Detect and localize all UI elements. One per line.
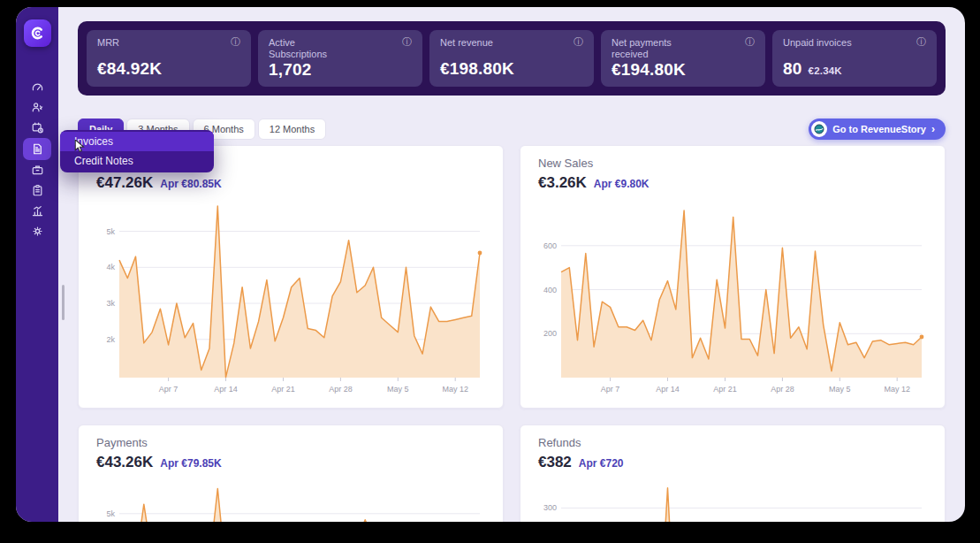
kpi-bar: MRRⓘ €84.92K Active Subscriptionsⓘ 1,702… (78, 21, 946, 96)
kpi-card-net-revenue: Net revenueⓘ €198.80K (429, 30, 594, 87)
customers-icon (31, 101, 44, 114)
scrollbar-handle[interactable] (62, 285, 65, 320)
menu-item-credit-notes[interactable]: Credit Notes (60, 151, 214, 171)
kpi-value: €194.80K (612, 60, 755, 80)
invoices-document-icon (31, 142, 44, 156)
logo-c-icon (30, 26, 45, 41)
svg-text:Apr 14: Apr 14 (214, 385, 238, 394)
kpi-card-net-payments: Net payments receivedⓘ €194.80K (601, 30, 765, 87)
svg-text:May 12: May 12 (442, 385, 468, 394)
svg-text:May 12: May 12 (884, 385, 910, 394)
svg-text:4k: 4k (106, 263, 115, 272)
svg-text:400: 400 (543, 286, 557, 294)
info-icon[interactable]: ⓘ (574, 37, 583, 47)
area-chart-payments: 5k (96, 478, 485, 522)
svg-text:May 5: May 5 (387, 385, 409, 394)
info-icon[interactable]: ⓘ (916, 37, 926, 47)
svg-text:300: 300 (543, 503, 557, 512)
area-chart-new-sales: 200400600Apr 7Apr 14Apr 21Apr 28May 5May… (538, 199, 927, 402)
tab-12-months[interactable]: 12 Months (258, 119, 326, 140)
charts-grid: €47.26KApr €80.85K 2k3k4k5kApr 7Apr 14Ap… (78, 145, 946, 522)
kpi-card-active-subscriptions: Active Subscriptionsⓘ 1,702 (258, 30, 422, 87)
card-title: Refunds (538, 436, 927, 451)
button-label: Go to RevenueStory (832, 124, 926, 134)
settings-gear-icon (31, 225, 44, 238)
main-content: MRRⓘ €84.92K Active Subscriptionsⓘ 1,702… (58, 7, 965, 522)
chart-card-refunds: Refunds €382Apr €720 300250 (520, 424, 946, 522)
card-period-value: Apr €720 (579, 457, 624, 470)
card-period-value: Apr €80.85K (160, 178, 221, 190)
payments-box-icon (31, 164, 44, 177)
sidebar-item-customers[interactable] (23, 97, 51, 118)
sidebar (16, 7, 58, 522)
svg-text:5k: 5k (106, 227, 115, 236)
svg-text:2k: 2k (106, 335, 115, 344)
card-period-value: Apr €9.80K (594, 178, 650, 190)
kpi-label: Net payments received (612, 37, 696, 60)
card-title: Payments (96, 436, 485, 451)
chargebee-logo[interactable] (24, 19, 51, 47)
card-title: New Sales (538, 157, 927, 172)
svg-text:5k: 5k (106, 509, 115, 518)
kpi-label: Active Subscriptions (269, 37, 353, 60)
svg-text:3k: 3k (106, 299, 115, 308)
kpi-label: Net revenue (440, 37, 493, 49)
card-period-value: Apr €79.85K (160, 457, 221, 470)
svg-text:200: 200 (543, 329, 557, 338)
card-value: €47.26K (96, 174, 153, 192)
sidebar-nav (23, 77, 51, 241)
card-value: €382 (538, 454, 572, 471)
chart-card-payments: Payments €43.26KApr €79.85K 5k (78, 424, 504, 522)
sidebar-item-subscriptions[interactable] (23, 118, 51, 138)
svg-text:Apr 14: Apr 14 (656, 385, 680, 394)
kpi-label: MRR (97, 37, 119, 49)
kpi-value: 1,702 (269, 60, 412, 80)
svg-text:Apr 7: Apr 7 (159, 385, 179, 394)
revenuestory-globe-icon (811, 121, 827, 137)
orders-clipboard-icon (31, 184, 44, 197)
kpi-value: €198.80K (440, 59, 583, 79)
info-icon[interactable]: ⓘ (745, 37, 755, 47)
kpi-value: 80€2.34K (783, 59, 926, 79)
sidebar-item-invoices[interactable] (23, 138, 51, 160)
sidebar-item-reports[interactable] (23, 201, 51, 221)
go-to-revenuestory-button[interactable]: Go to RevenueStory › (809, 119, 946, 140)
svg-text:May 5: May 5 (829, 385, 851, 394)
svg-text:Apr 7: Apr 7 (601, 385, 620, 394)
kpi-value-suffix: €2.34K (809, 65, 842, 76)
sidebar-item-settings[interactable] (23, 221, 51, 241)
kpi-value: €84.92K (97, 59, 240, 79)
kpi-card-mrr: MRRⓘ €84.92K (87, 30, 251, 87)
subscriptions-calendar-icon (31, 121, 44, 134)
invoices-flyout-menu: Invoices Credit Notes (60, 130, 214, 172)
info-icon[interactable]: ⓘ (231, 37, 240, 47)
svg-text:Apr 21: Apr 21 (271, 385, 295, 394)
kpi-label: Unpaid invoices (783, 37, 852, 49)
sidebar-item-payments[interactable] (23, 160, 51, 180)
svg-text:600: 600 (543, 241, 557, 250)
chart-card-new-sales: New Sales €3.26KApr €9.80K 200400600Apr … (520, 145, 946, 409)
area-chart-refunds: 300250 (538, 478, 927, 522)
card-value: €43.26K (96, 454, 153, 471)
svg-text:Apr 21: Apr 21 (713, 385, 737, 394)
kpi-card-unpaid-invoices: Unpaid invoicesⓘ 80€2.34K (772, 30, 937, 87)
app-window: MRRⓘ €84.92K Active Subscriptionsⓘ 1,702… (16, 7, 965, 522)
chevron-right-icon: › (931, 124, 935, 134)
sidebar-item-dashboard[interactable] (23, 77, 51, 97)
menu-item-invoices[interactable]: Invoices (60, 132, 214, 151)
info-icon[interactable]: ⓘ (402, 37, 412, 47)
svg-text:Apr 28: Apr 28 (329, 385, 353, 394)
area-chart-invoices: 2k3k4k5kApr 7Apr 14Apr 21Apr 28May 5May … (96, 199, 485, 402)
dashboard-gauge-icon (31, 80, 44, 94)
reports-chart-icon (31, 204, 44, 218)
chart-card-invoices: €47.26KApr €80.85K 2k3k4k5kApr 7Apr 14Ap… (78, 145, 504, 409)
sidebar-item-orders[interactable] (23, 180, 51, 201)
card-value: €3.26K (538, 174, 587, 192)
svg-text:Apr 28: Apr 28 (771, 385, 794, 394)
